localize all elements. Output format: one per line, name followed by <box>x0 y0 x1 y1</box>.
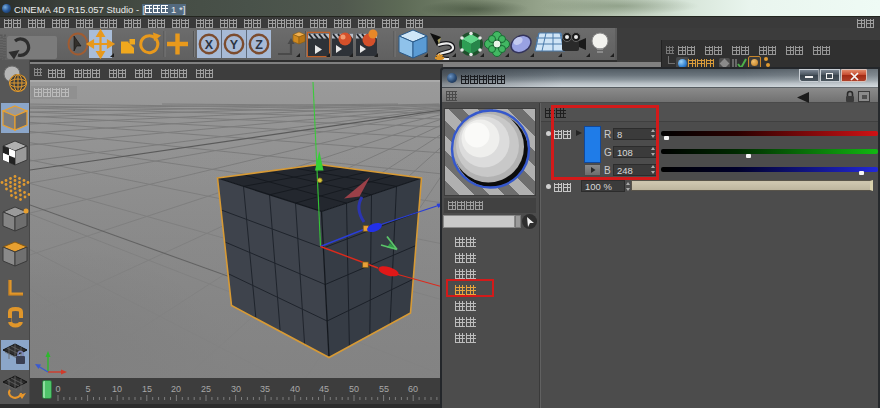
svg-text:5: 5 <box>85 384 90 394</box>
svg-text:35: 35 <box>260 384 270 394</box>
svg-text:15: 15 <box>142 384 152 394</box>
svg-text:45: 45 <box>319 384 329 394</box>
svg-text:30: 30 <box>231 384 241 394</box>
svg-text:50: 50 <box>349 384 359 394</box>
svg-text:25: 25 <box>201 384 211 394</box>
svg-text:60: 60 <box>408 384 418 394</box>
svg-text:10: 10 <box>112 384 122 394</box>
svg-text:Z: Z <box>255 38 263 52</box>
svg-text:20: 20 <box>171 384 181 394</box>
svg-text:Y: Y <box>230 38 239 52</box>
svg-text:55: 55 <box>379 384 389 394</box>
svg-text:40: 40 <box>290 384 300 394</box>
svg-text:0: 0 <box>55 384 60 394</box>
svg-text:X: X <box>205 38 214 52</box>
